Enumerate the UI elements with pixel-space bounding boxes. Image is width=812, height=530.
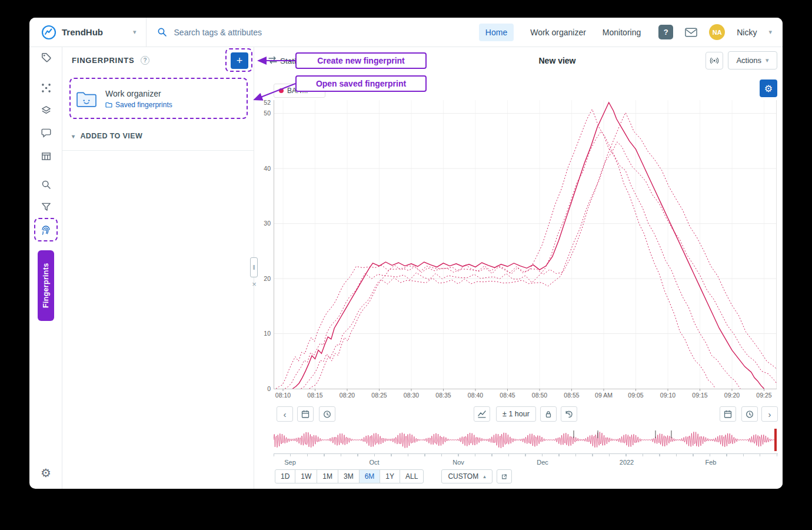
actions-caret-icon: ▾ [766, 57, 769, 64]
x-tick-label: 08:15 [307, 392, 322, 399]
end-clock-button[interactable] [741, 406, 758, 422]
x-tick-label: 08:25 [371, 392, 387, 399]
start-clock-button[interactable] [319, 406, 335, 422]
topbar-divider [146, 18, 147, 47]
chart-settings-button[interactable]: ⚙ [760, 80, 777, 97]
view-tab-label: Statistics [280, 57, 312, 65]
shift-one-hour-button[interactable]: ± 1 hour [496, 406, 536, 422]
topbar-icons: ? NA Nicky ▾ [658, 24, 772, 40]
table-icon[interactable] [39, 150, 52, 163]
context-waveform [274, 432, 776, 448]
y-tick-label: 10 [264, 330, 271, 337]
added-to-view-label: ADDED TO VIEW [80, 132, 142, 140]
fingerprints-tab[interactable]: Fingerprints [38, 250, 54, 321]
nav-work-organizer[interactable]: Work organizer [530, 28, 586, 37]
x-tick-label: 09:20 [724, 392, 740, 399]
brand-caret-icon[interactable]: ▾ [133, 28, 137, 36]
tag-icon[interactable] [39, 51, 52, 64]
range-button-6m[interactable]: 6M [359, 469, 381, 483]
trend-chart[interactable]: 08:1008:1508:2008:2508:3008:3508:4008:45… [262, 100, 778, 399]
search-input[interactable] [173, 27, 426, 38]
avatar[interactable]: NA [709, 24, 725, 40]
fingerprint-folder-icon [75, 90, 98, 108]
help-icon[interactable]: ? [658, 25, 673, 39]
x-tick-label: 08:20 [340, 392, 355, 399]
range-button-all[interactable]: ALL [400, 469, 424, 483]
timeline-month-label: Sep [284, 459, 296, 466]
timeline-month-label: Dec [537, 459, 548, 466]
comment-icon[interactable] [39, 126, 52, 139]
added-to-view-section[interactable]: ▾ ADDED TO VIEW [72, 132, 142, 140]
custom-range-button[interactable]: CUSTOM ▴ [441, 469, 492, 483]
end-calendar-button[interactable] [720, 406, 736, 422]
view-title: New view [538, 56, 575, 65]
gear-icon[interactable]: ⚙ [39, 466, 52, 479]
saved-fingerprint-item[interactable]: Work organizer Saved fingerprints [75, 84, 244, 114]
x-tick-label: 09 AM [595, 392, 613, 399]
search-icon [157, 27, 167, 37]
x-tick-label: 08:55 [564, 392, 579, 399]
y-tick-label: 52 [264, 100, 271, 106]
fingerprint-item-title: Work organizer [105, 89, 172, 98]
top-navigation: Home Work organizer Monitoring [479, 24, 641, 41]
x-tick-label: 09:05 [628, 392, 643, 399]
range-button-1m[interactable]: 1M [317, 469, 338, 483]
actions-label: Actions [736, 56, 761, 65]
time-navigation-toolbar: ‹ ± 1 hour [254, 406, 781, 422]
chart-view: Statistics New view Actions ▾ BA:T... [254, 47, 783, 489]
lock-button[interactable] [540, 406, 557, 422]
y-tick-label: 20 [264, 275, 271, 282]
range-button-1w[interactable]: 1W [295, 469, 317, 483]
solid-series-line [292, 102, 764, 389]
nav-monitoring[interactable]: Monitoring [603, 28, 641, 37]
compare-trend-button[interactable] [474, 406, 490, 422]
y-tick-label: 50 [264, 110, 271, 117]
history-button[interactable] [561, 406, 577, 422]
timeline-axis [274, 453, 778, 456]
trendhub-logo-icon [41, 25, 56, 40]
panel-title: FINGERPRINTS [72, 56, 134, 65]
actions-button[interactable]: Actions ▾ [728, 51, 777, 69]
nav-home[interactable]: Home [479, 24, 514, 41]
legend-chip[interactable]: BA:T... [274, 84, 325, 98]
context-now-indicator[interactable] [774, 429, 777, 451]
swap-icon[interactable] [268, 56, 278, 64]
range-button-1y[interactable]: 1Y [380, 469, 400, 483]
range-button-3m[interactable]: 3M [338, 469, 360, 483]
pan-right-button[interactable]: › [761, 406, 778, 422]
x-tick-label: 08:50 [532, 392, 547, 399]
x-tick-label: 08:45 [500, 392, 515, 399]
context-strip[interactable] [274, 429, 778, 451]
app-window: TrendHub ▾ Home Work organizer Monitorin… [29, 18, 783, 489]
dotted-series-line [276, 110, 716, 389]
dotted-series-line [285, 131, 740, 389]
funnel-icon[interactable] [39, 200, 52, 213]
scatter-icon[interactable] [39, 81, 52, 94]
create-fingerprint-button[interactable]: + [231, 52, 248, 69]
x-tick-label: 09:10 [660, 392, 675, 399]
open-range-panel-button[interactable] [497, 469, 512, 483]
panel-divider [62, 150, 254, 151]
fingerprint-icon[interactable] [39, 224, 52, 237]
x-tick-label: 09:15 [692, 392, 707, 399]
start-calendar-button[interactable] [297, 406, 314, 422]
context-timeline: SepOctNovDec2022Feb [274, 453, 778, 469]
sidebar-search-icon[interactable] [39, 178, 52, 191]
panel-help-icon[interactable]: ? [141, 56, 149, 65]
range-button-1d[interactable]: 1D [275, 469, 295, 483]
y-axis-close-icon[interactable]: × [251, 280, 258, 289]
custom-caret-icon: ▴ [483, 473, 486, 479]
saved-fingerprints-link[interactable]: Saved fingerprints [105, 101, 172, 109]
user-name[interactable]: Nicky [737, 28, 757, 37]
y-axis-scale-handle[interactable]: ‖ [250, 257, 258, 277]
mail-icon[interactable] [685, 28, 697, 37]
x-tick-label: 08:40 [468, 392, 483, 399]
icon-sidebar: Fingerprints ⚙ [29, 47, 62, 489]
x-tick-label: 08:10 [275, 392, 291, 399]
pan-left-button[interactable]: ‹ [277, 406, 293, 422]
live-mode-button[interactable] [705, 52, 723, 69]
open-in-new-icon [501, 473, 508, 481]
layers-icon[interactable] [39, 104, 52, 117]
saved-fingerprints-label: Saved fingerprints [115, 101, 172, 109]
user-caret-icon[interactable]: ▾ [768, 28, 772, 36]
